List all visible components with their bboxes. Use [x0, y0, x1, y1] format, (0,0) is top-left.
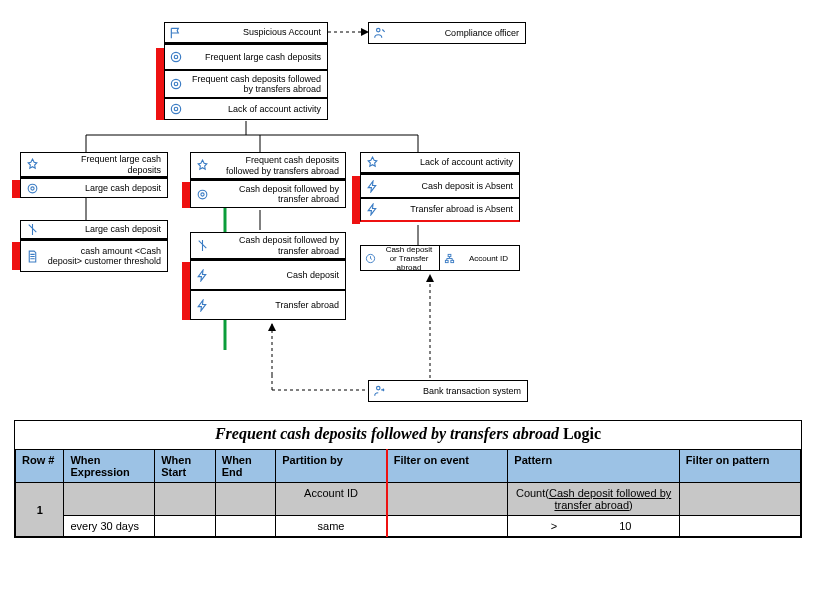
cell-g-pattern: Count(Cash deposit followed by transfer … — [508, 483, 680, 516]
target-icon — [165, 99, 187, 119]
label-compliance-officer: Compliance officer — [391, 26, 525, 40]
svg-rect-29 — [450, 260, 453, 262]
label-lack: Lack of account activity — [187, 102, 327, 116]
bolt-icon — [191, 261, 213, 289]
svg-point-25 — [200, 192, 203, 195]
th-filter-pattern: Filter on pattern — [679, 450, 800, 483]
pin-icon — [361, 153, 383, 172]
th-when-start: When Start — [155, 450, 216, 483]
node-left-header: Frequent large cash deposits — [20, 152, 168, 178]
node-transfer-abroad: Transfer abroad — [190, 290, 346, 320]
th-when-expr: When Expression — [64, 450, 155, 483]
half-account-id: Account ID — [440, 245, 520, 271]
label-suspicious-account: Suspicious Account — [187, 25, 327, 39]
red-tab — [156, 48, 164, 120]
node-suspicious-account: Suspicious Account — [164, 22, 328, 44]
red-tab — [12, 180, 20, 198]
table-title: Frequent cash deposits followed by trans… — [15, 421, 801, 449]
svg-point-19 — [174, 82, 178, 86]
label-left-header: Frequent large cash deposits — [43, 152, 167, 177]
cell-g1 — [64, 483, 155, 516]
logic-grid: Row # When Expression When Start When En… — [15, 449, 801, 537]
node-compliance-officer: Compliance officer — [368, 22, 526, 44]
cell-rownum: 1 — [16, 483, 64, 537]
label-right-header: Lack of account activity — [383, 155, 519, 169]
label-lcd: Large cash deposit — [43, 181, 167, 195]
half-cd-or-ta: Cash deposit or Transfer abroad — [360, 245, 440, 271]
right-half-row: Cash deposit or Transfer abroad Account … — [360, 245, 520, 271]
diagram-canvas: Suspicious Account Compliance officer Fr… — [0, 0, 813, 600]
cell-when-start — [155, 516, 216, 537]
label-flcd: Frequent large cash deposits — [187, 50, 327, 64]
node-lack-of-activity: Lack of account activity — [164, 98, 328, 120]
red-tab — [12, 242, 20, 270]
label-cd-absent: Cash deposit is Absent — [383, 179, 519, 193]
svg-point-18 — [171, 79, 180, 88]
label-fcdta: Frequent cash deposits followed by trans… — [187, 72, 327, 97]
bolt-icon — [361, 199, 383, 220]
label-cdt2: Cash deposit followed by transfer abroad — [213, 233, 345, 258]
pin-icon — [21, 153, 43, 176]
table-header-row: Row # When Expression When Start When En… — [16, 450, 801, 483]
svg-point-17 — [174, 55, 178, 59]
pin-icon — [191, 233, 213, 258]
th-filter-event: Filter on event — [387, 450, 508, 483]
node-cdt: Cash deposit followed by transfer abroad — [190, 180, 346, 208]
target-icon — [191, 181, 213, 207]
cell-when-end — [215, 516, 276, 537]
red-tab — [352, 176, 360, 224]
label-half-cd-or-ta: Cash deposit or Transfer abroad — [379, 243, 439, 274]
cell-partition: same — [276, 516, 387, 537]
table-grayrow: 1 Account ID Count(Cash deposit followed… — [16, 483, 801, 516]
cell-filter-event — [387, 516, 508, 537]
node-cash-deposit: Cash deposit — [190, 260, 346, 290]
pin-icon — [191, 153, 213, 178]
label-cdt: Cash deposit followed by transfer abroad — [213, 182, 345, 207]
label-cash-amount: cash amount <Cash deposit> customer thre… — [43, 244, 167, 269]
svg-point-23 — [30, 186, 33, 189]
flag-icon — [165, 23, 187, 42]
th-partition: Partition by — [276, 450, 387, 483]
bolt-icon — [361, 175, 383, 197]
th-pattern: Pattern — [508, 450, 680, 483]
label-bank-system: Bank transaction system — [391, 384, 527, 398]
target-icon — [165, 71, 187, 97]
bolt-icon — [191, 291, 213, 319]
tree-icon — [440, 253, 458, 264]
red-tab — [182, 262, 190, 320]
svg-point-21 — [174, 107, 178, 111]
label-ta-absent: Transfer abroad is Absent — [383, 202, 519, 216]
label-center-header: Frequent cash deposits followed by trans… — [213, 153, 345, 178]
node-cdt2-header: Cash deposit followed by transfer abroad — [190, 232, 346, 260]
cell-when-expr: every 30 days — [64, 516, 155, 537]
cell-pattern: >10 — [508, 516, 680, 537]
cell-filter-pattern — [679, 516, 800, 537]
label-cash-deposit: Cash deposit — [213, 268, 345, 282]
node-large-cash-deposit: Large cash deposit — [20, 178, 168, 198]
cell-g-filter-event — [387, 483, 508, 516]
logic-table: Frequent cash deposits followed by trans… — [14, 420, 802, 538]
node-right-header: Lack of account activity — [360, 152, 520, 174]
document-icon — [21, 241, 43, 271]
person-arrow-icon — [369, 381, 391, 401]
red-tab — [182, 182, 190, 208]
target-icon — [165, 45, 187, 69]
node-lcd2-header: Large cash deposit — [20, 220, 168, 240]
cell-g3 — [215, 483, 276, 516]
node-frequent-large-cash-deposits: Frequent large cash deposits — [164, 44, 328, 70]
node-cash-amount: cash amount <Cash deposit> customer thre… — [20, 240, 168, 272]
node-bank-system: Bank transaction system — [368, 380, 528, 402]
svg-point-30 — [377, 386, 381, 390]
node-center-header: Frequent cash deposits followed by trans… — [190, 152, 346, 180]
table-datarow: every 30 days same >10 — [16, 516, 801, 537]
node-frequent-cash-transfers: Frequent cash deposits followed by trans… — [164, 70, 328, 98]
node-ta-absent: Transfer abroad is Absent — [360, 198, 520, 222]
label-half-account-id: Account ID — [458, 252, 519, 265]
th-when-end: When End — [215, 450, 276, 483]
svg-point-22 — [28, 184, 37, 193]
label-lcd2: Large cash deposit — [43, 222, 167, 236]
svg-point-15 — [377, 28, 381, 32]
node-cd-absent: Cash deposit is Absent — [360, 174, 520, 198]
th-row: Row # — [16, 450, 64, 483]
svg-point-24 — [198, 190, 207, 199]
